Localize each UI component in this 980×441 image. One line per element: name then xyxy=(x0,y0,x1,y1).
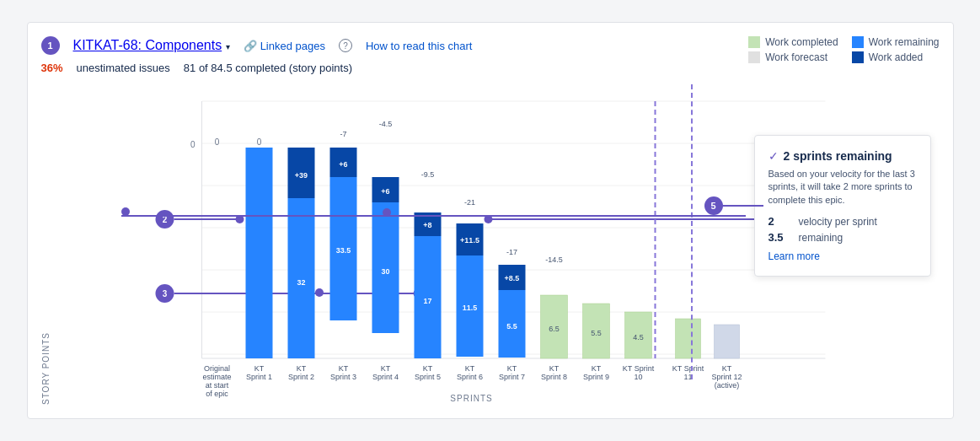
chart-legend: Work completed Work remaining Work forec… xyxy=(748,36,939,63)
legend-work-added: Work added xyxy=(852,51,940,63)
legend-color-forecast xyxy=(748,51,760,63)
step-5-badge: 5 xyxy=(704,196,723,215)
svg-text:+8: +8 xyxy=(423,221,431,229)
svg-text:KT Sprint: KT Sprint xyxy=(672,364,704,373)
legend-work-remaining: Work remaining xyxy=(852,36,940,48)
svg-text:3: 3 xyxy=(162,289,167,298)
svg-rect-29 xyxy=(245,148,272,358)
svg-text:KT: KT xyxy=(296,364,306,373)
chart-container: 0 2 3 4 0 xyxy=(54,84,940,405)
legend-work-completed: Work completed xyxy=(748,36,838,48)
y-axis-label: STORY POINTS xyxy=(41,84,51,405)
svg-text:Sprint 7: Sprint 7 xyxy=(498,373,524,381)
svg-text:KT: KT xyxy=(506,364,517,373)
svg-text:33.5: 33.5 xyxy=(335,246,351,255)
metric-remaining: 3.5 remaining xyxy=(768,231,917,244)
remaining-num: 3.5 xyxy=(768,231,792,244)
dashed-separator xyxy=(691,84,693,379)
legend-work-forecast: Work forecast xyxy=(748,51,838,63)
svg-text:10: 10 xyxy=(634,373,642,381)
svg-text:0: 0 xyxy=(190,140,195,149)
svg-text:KT: KT xyxy=(721,364,731,373)
svg-text:6.5: 6.5 xyxy=(549,325,560,333)
step-5-container: 5 xyxy=(704,196,763,215)
dropdown-arrow[interactable]: ▾ xyxy=(226,42,230,51)
legend-label-remaining: Work remaining xyxy=(869,36,940,48)
svg-text:+6: +6 xyxy=(339,160,347,169)
learn-more-link[interactable]: Learn more xyxy=(768,250,917,262)
svg-text:Sprint 6: Sprint 6 xyxy=(456,373,482,381)
svg-text:Sprint 2: Sprint 2 xyxy=(287,373,313,381)
svg-text:KT Sprint: KT Sprint xyxy=(622,364,654,373)
svg-text:0: 0 xyxy=(214,137,219,147)
svg-text:Sprint 12: Sprint 12 xyxy=(711,373,742,381)
svg-text:KT: KT xyxy=(254,364,264,373)
tooltip-description: Based on your velocity for the last 3 sp… xyxy=(768,168,917,207)
legend-color-added xyxy=(852,51,864,63)
metric-velocity: 2 velocity per sprint xyxy=(768,215,917,228)
svg-text:5.5: 5.5 xyxy=(591,329,602,337)
epic-link[interactable]: KITKAT-68: Components xyxy=(73,38,222,52)
svg-text:-7: -7 xyxy=(340,130,346,138)
svg-text:-17: -17 xyxy=(506,248,517,256)
legend-label-added: Work added xyxy=(869,51,923,63)
sprint-tooltip-panel: 5 ✓ 2 sprints remaining Based on your ve… xyxy=(754,135,931,277)
svg-text:Original: Original xyxy=(203,364,229,373)
unestimated-percent: 36% xyxy=(41,62,63,74)
svg-rect-86 xyxy=(675,319,700,358)
epic-label: KITKAT-68: Components ▾ xyxy=(73,38,230,53)
svg-text:KT: KT xyxy=(464,364,474,373)
legend-color-remaining xyxy=(852,36,864,48)
velocity-label: velocity per sprint xyxy=(799,216,877,228)
remaining-label: remaining xyxy=(799,232,843,244)
completed-stats: 81 of 84.5 completed (story points) xyxy=(184,62,352,74)
svg-text:KT: KT xyxy=(549,364,559,373)
step-1-badge: 1 xyxy=(41,36,60,55)
how-to-link[interactable]: How to read this chart xyxy=(366,40,472,52)
svg-text:4.5: 4.5 xyxy=(633,333,644,342)
svg-text:KT: KT xyxy=(422,364,432,373)
svg-text:17: 17 xyxy=(423,297,431,305)
svg-text:+39: +39 xyxy=(294,171,307,180)
svg-text:SPRINTS: SPRINTS xyxy=(450,394,492,403)
linked-pages-link[interactable]: 🔗 Linked pages xyxy=(244,40,325,52)
guide-dot-2-left xyxy=(121,207,130,216)
svg-text:Sprint 8: Sprint 8 xyxy=(540,373,566,381)
svg-text:estimate: estimate xyxy=(202,373,231,381)
svg-text:Sprint 5: Sprint 5 xyxy=(414,373,440,381)
unestimated-label: unestimated issues xyxy=(77,62,170,74)
chart-section: STORY POINTS xyxy=(41,84,940,405)
svg-text:11.5: 11.5 xyxy=(462,304,477,312)
svg-text:5.5: 5.5 xyxy=(506,322,517,331)
svg-text:Sprint 9: Sprint 9 xyxy=(582,373,608,381)
svg-text:32: 32 xyxy=(297,278,305,287)
svg-text:of epic: of epic xyxy=(206,390,228,398)
svg-text:-4.5: -4.5 xyxy=(378,120,392,128)
svg-text:30: 30 xyxy=(381,267,389,276)
svg-text:Sprint 3: Sprint 3 xyxy=(329,373,356,381)
check-icon: ✓ xyxy=(768,149,779,163)
svg-text:KT: KT xyxy=(338,364,348,373)
guide-line-4 xyxy=(383,215,746,217)
info-icon[interactable]: ? xyxy=(339,39,352,52)
svg-text:KT: KT xyxy=(380,364,390,373)
legend-label-completed: Work completed xyxy=(765,36,838,48)
svg-text:0: 0 xyxy=(256,137,261,147)
svg-rect-89 xyxy=(714,325,739,358)
svg-text:+11.5: +11.5 xyxy=(460,236,479,245)
velocity-num: 2 xyxy=(768,215,792,228)
svg-text:-14.5: -14.5 xyxy=(545,255,563,264)
svg-text:-21: -21 xyxy=(463,198,474,207)
main-container: 1 KITKAT-68: Components ▾ 🔗 Linked pages… xyxy=(27,22,954,419)
stats-row: 36% unestimated issues 81 of 84.5 comple… xyxy=(41,62,940,74)
svg-text:+6: +6 xyxy=(381,187,389,196)
guide-dot-3 xyxy=(315,288,324,297)
step-5-line xyxy=(723,205,763,207)
sprints-remaining-title: 2 sprints remaining xyxy=(784,149,892,163)
guide-dot-4-left xyxy=(383,208,391,217)
svg-text:(active): (active) xyxy=(714,381,739,390)
svg-text:+8.5: +8.5 xyxy=(504,274,519,282)
svg-text:-9.5: -9.5 xyxy=(420,170,434,179)
svg-text:at start: at start xyxy=(205,381,228,390)
tooltip-metrics: 2 velocity per sprint 3.5 remaining xyxy=(768,215,917,244)
